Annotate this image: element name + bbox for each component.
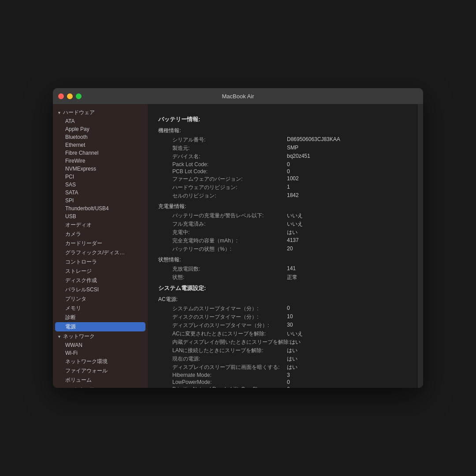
condition-row: 状態: 正常 bbox=[165, 273, 407, 282]
power-section-title: システム電源設定: bbox=[158, 284, 407, 292]
condition-value: 正常 bbox=[287, 274, 298, 281]
sidebar-item-pci[interactable]: PCI bbox=[53, 173, 148, 181]
pcb-lot-row: PCB Lot Code: 0 bbox=[165, 168, 407, 175]
sidebar-item-diskcreation[interactable]: ディスク作成 bbox=[53, 276, 148, 285]
ac-power-fields: システムのスリープタイマー（分）: 0 ディスクのスリープタイマー（分）: 10… bbox=[165, 305, 407, 388]
sidebar-item-parallelscsi[interactable]: パラレルSCSI bbox=[53, 285, 148, 294]
full-charge-value: いいえ bbox=[287, 220, 303, 228]
sidebar-item-audio[interactable]: オーディオ bbox=[53, 220, 148, 230]
sidebar-item-sas[interactable]: SAS bbox=[53, 181, 148, 189]
manufacturer-row: 製造元: SMP bbox=[165, 144, 407, 152]
sidebar-item-firewire[interactable]: FireWire bbox=[53, 157, 148, 165]
ac-display-sleep-row: ディスプレイのスリープタイマー（分）: 30 bbox=[165, 321, 407, 330]
battery-state-label: バッテリーの状態（%）: bbox=[172, 245, 287, 253]
serial-row: シリアル番号: D869506063CJ83KAA bbox=[165, 136, 407, 144]
ac-wake-label: ACに変更されたときにスリープを解除: bbox=[172, 330, 287, 338]
pack-lot-label: Pack Lot Code: bbox=[172, 161, 287, 167]
firmware-label: ファームウェアのバージョン: bbox=[172, 175, 287, 183]
full-capacity-value: 4137 bbox=[287, 237, 299, 245]
device-name-row: デバイス名: bq20z451 bbox=[165, 152, 407, 161]
ac-wake-row: ACに変更されたときにスリープを解除: いいえ bbox=[165, 330, 407, 338]
charge-info-title: 充電量情報: bbox=[158, 203, 407, 210]
charge-info-fields: バッテリーの充電量が警告レベル以下: いいえ フル充電済み: いいえ 充電中: … bbox=[165, 212, 407, 253]
sidebar-item-volume[interactable]: ボリューム bbox=[53, 376, 148, 385]
ac-power-title: AC電源: bbox=[158, 296, 407, 303]
network-section-label: ネットワーク bbox=[63, 333, 95, 340]
low-power-row: LowPowerMode: 0 bbox=[165, 379, 407, 386]
sidebar-item-diagnostics[interactable]: 診断 bbox=[53, 313, 148, 322]
warning-row: バッテリーの充電量が警告レベル以下: いいえ bbox=[165, 212, 407, 220]
titlebar: MacBook Air bbox=[53, 88, 423, 104]
sidebar-item-graphics[interactable]: グラフィックス/ディス… bbox=[53, 248, 148, 257]
current-power-label: 現在の電源: bbox=[172, 355, 287, 363]
current-power-value: はい bbox=[287, 355, 298, 363]
charging-row: 充電中: はい bbox=[165, 228, 407, 237]
warning-value: いいえ bbox=[287, 212, 303, 219]
sidebar-item-controller[interactable]: コントローラ bbox=[53, 257, 148, 267]
sidebar-section-software[interactable]: ▼ ソフトウェア bbox=[53, 385, 148, 388]
ac-display-sleep-value: 30 bbox=[287, 322, 293, 329]
prioritize-network-label: PrioritizeNetworkReachabilityOverSleep: bbox=[172, 386, 287, 388]
sidebar-item-ata[interactable]: ATA bbox=[53, 117, 148, 125]
status-info-title: 状態情報: bbox=[158, 256, 407, 264]
sidebar-item-camera[interactable]: カメラ bbox=[53, 230, 148, 239]
main-window: MacBook Air ▼ ハードウェア ATA Apple Pay Bluet… bbox=[53, 88, 423, 388]
sidebar-item-spi[interactable]: SPI bbox=[53, 197, 148, 205]
sidebar-item-firewall[interactable]: ファイアウォール bbox=[53, 366, 148, 376]
device-name-label: デバイス名: bbox=[172, 153, 287, 160]
sidebar-item-thunderbolt[interactable]: Thunderbolt/USB4 bbox=[53, 205, 148, 212]
sidebar-item-wifi[interactable]: Wi-Fi bbox=[53, 349, 148, 357]
minimize-button[interactable] bbox=[67, 93, 73, 99]
sidebar-section-network[interactable]: ▼ ネットワーク bbox=[53, 331, 148, 341]
sidebar-item-fibrechannel[interactable]: Fibre Channel bbox=[53, 149, 148, 157]
prioritize-network-row: PrioritizeNetworkReachabilityOverSleep: … bbox=[165, 386, 407, 388]
hardware-rev-row: ハードウェアのリビジョン: 1 bbox=[165, 183, 407, 192]
pack-lot-row: Pack Lot Code: 0 bbox=[165, 161, 407, 168]
sidebar-item-cardreader[interactable]: カードリーダー bbox=[53, 239, 148, 248]
scrollbar-track[interactable] bbox=[418, 104, 423, 388]
sidebar-item-applepay[interactable]: Apple Pay bbox=[53, 125, 148, 133]
sidebar-item-power[interactable]: 電源 bbox=[55, 322, 145, 331]
charging-label: 充電中: bbox=[172, 229, 287, 236]
display-wake-value: はい bbox=[290, 338, 301, 346]
sidebar-item-network-env[interactable]: ネットワーク環境 bbox=[53, 357, 148, 366]
chevron-down-icon-software: ▼ bbox=[57, 388, 61, 388]
sidebar-item-bluetooth[interactable]: Bluetooth bbox=[53, 133, 148, 141]
close-button[interactable] bbox=[58, 93, 64, 99]
low-power-label: LowPowerMode: bbox=[172, 379, 287, 385]
ac-sys-sleep-row: システムのスリープタイマー（分）: 0 bbox=[165, 305, 407, 313]
sidebar-item-sata[interactable]: SATA bbox=[53, 189, 148, 197]
sidebar-item-memory[interactable]: メモリ bbox=[53, 304, 148, 313]
sidebar[interactable]: ▼ ハードウェア ATA Apple Pay Bluetooth Etherne… bbox=[53, 104, 148, 388]
serial-label: シリアル番号: bbox=[172, 136, 287, 144]
sidebar-section-hardware[interactable]: ▼ ハードウェア bbox=[53, 108, 148, 117]
battery-state-row: バッテリーの状態（%）: 20 bbox=[165, 245, 407, 253]
ac-power-block: AC電源: システムのスリープタイマー（分）: 0 ディスクのスリープタイマー（… bbox=[158, 296, 407, 388]
sidebar-item-ethernet[interactable]: Ethernet bbox=[53, 141, 148, 149]
main-content: バッテリー情報: 機種情報: シリアル番号: D869506063CJ83KAA… bbox=[148, 104, 418, 388]
sidebar-item-nvmexpress[interactable]: NVMExpress bbox=[53, 165, 148, 173]
machine-info-block: 機種情報: シリアル番号: D869506063CJ83KAA 製造元: SMP… bbox=[158, 127, 407, 200]
ac-sys-sleep-label: システムのスリープタイマー（分）: bbox=[172, 305, 287, 312]
pcb-lot-label: PCB Lot Code: bbox=[172, 168, 287, 175]
warning-label: バッテリーの充電量が警告レベル以下: bbox=[172, 212, 287, 219]
dim-sleep-value: はい bbox=[287, 364, 298, 371]
hardware-rev-label: ハードウェアのリビジョン: bbox=[172, 184, 287, 191]
hibernate-mode-row: Hibernate Mode: 3 bbox=[165, 372, 407, 379]
window-title: MacBook Air bbox=[222, 93, 254, 100]
sidebar-item-wwan[interactable]: WWAN bbox=[53, 341, 148, 349]
hibernate-mode-label: Hibernate Mode: bbox=[172, 372, 287, 378]
low-power-value: 0 bbox=[287, 379, 290, 385]
sidebar-item-printer[interactable]: プリンタ bbox=[53, 294, 148, 304]
content-area: ▼ ハードウェア ATA Apple Pay Bluetooth Etherne… bbox=[53, 104, 423, 388]
traffic-lights bbox=[58, 93, 82, 99]
battery-section-title: バッテリー情報: bbox=[158, 115, 407, 123]
sidebar-item-usb[interactable]: USB bbox=[53, 212, 148, 220]
status-info-block: 状態情報: 充放電回数: 141 状態: 正常 bbox=[158, 256, 407, 282]
sidebar-item-storage[interactable]: ストレージ bbox=[53, 267, 148, 276]
lan-wake-label: LANに接続したときにスリープを解除: bbox=[172, 347, 287, 354]
maximize-button[interactable] bbox=[76, 93, 82, 99]
lan-wake-row: LANに接続したときにスリープを解除: はい bbox=[165, 346, 407, 355]
hardware-rev-value: 1 bbox=[287, 184, 290, 191]
full-charge-row: フル充電済み: いいえ bbox=[165, 220, 407, 228]
